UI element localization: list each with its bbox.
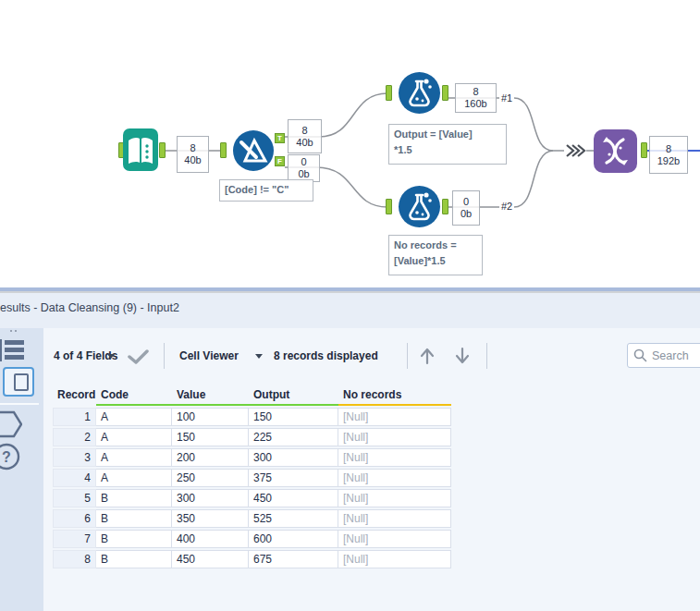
table-cell[interactable]: 450 — [172, 550, 249, 568]
table-row[interactable]: 5B300450[Null] — [53, 489, 451, 507]
table-cell[interactable]: [Null] — [338, 408, 451, 426]
record-number-cell[interactable]: 2 — [53, 428, 96, 446]
messages-view-icon[interactable] — [0, 337, 26, 367]
input-output-anchor[interactable] — [159, 142, 166, 158]
results-panel-title: Results - Data Cleansing (9) - Input2 — [0, 299, 398, 317]
record-number-cell[interactable]: 3 — [53, 448, 96, 467]
apply-check-icon[interactable] — [128, 348, 150, 369]
map-view-icon[interactable] — [0, 409, 22, 443]
record-count-box[interactable]: 8 40b — [288, 119, 322, 153]
table-cell[interactable]: [Null] — [338, 448, 451, 467]
record-number-cell[interactable]: 8 — [53, 550, 96, 568]
toolbar-separator — [486, 343, 487, 369]
table-row[interactable]: 7B400600[Null] — [53, 530, 451, 548]
workflow-canvas[interactable]: 8 40b T F 8 40b 0 0b [Code] != "C" 8 160… — [0, 0, 700, 288]
table-cell[interactable]: 400 — [172, 530, 249, 548]
toolbar-separator — [407, 343, 408, 369]
byte-count: 160b — [464, 98, 486, 110]
record-count-box[interactable]: 8 40b — [177, 136, 209, 173]
connection-label-2[interactable]: #2 — [500, 201, 513, 212]
table-cell[interactable]: [Null] — [338, 530, 451, 548]
table-cell[interactable]: 100 — [172, 408, 249, 426]
table-cell[interactable]: 600 — [249, 530, 338, 548]
filter-false-anchor[interactable]: F — [275, 156, 285, 166]
formula-tool-2[interactable] — [399, 186, 440, 227]
record-count-box[interactable]: 0 0b — [288, 154, 320, 182]
fields-dropdown-caret[interactable] — [107, 354, 115, 359]
formula1-input-anchor[interactable] — [386, 85, 392, 101]
byte-count: 192b — [657, 155, 680, 167]
annotation-text: Output = [Value] — [394, 127, 501, 142]
formula1-output-anchor[interactable] — [442, 85, 448, 101]
formula2-output-anchor[interactable] — [442, 199, 448, 214]
table-cell[interactable]: A — [96, 408, 172, 426]
data-cleansing-tool[interactable] — [594, 129, 637, 173]
results-table-header-row: RecordCodeValueOutputNo records — [53, 387, 451, 406]
table-cell[interactable]: 150 — [172, 428, 249, 446]
table-cell[interactable]: 250 — [172, 469, 249, 487]
cleansing-output-anchor[interactable] — [641, 142, 647, 158]
table-cell[interactable]: 300 — [249, 448, 338, 467]
table-cell[interactable]: 375 — [249, 469, 338, 487]
table-cell[interactable]: B — [96, 530, 172, 548]
table-cell[interactable]: 225 — [249, 428, 338, 446]
table-row[interactable]: 8B450675[Null] — [53, 550, 451, 568]
record-count: 8 — [190, 142, 195, 154]
formula2-input-anchor[interactable] — [386, 199, 392, 214]
record-number-cell[interactable]: 6 — [53, 509, 96, 528]
formula-tool-1[interactable] — [399, 72, 440, 114]
formula2-annotation[interactable]: No records = [Value]*1.5 — [388, 235, 483, 275]
table-row[interactable]: 3A200300[Null] — [53, 448, 451, 467]
column-header[interactable]: Output — [249, 387, 338, 406]
table-cell[interactable]: B — [96, 550, 172, 568]
table-cell[interactable]: [Null] — [338, 428, 451, 446]
column-header[interactable]: Code — [96, 387, 172, 406]
table-cell[interactable]: 675 — [249, 550, 338, 568]
column-header[interactable]: Record — [53, 387, 96, 406]
table-cell[interactable]: 300 — [172, 489, 249, 507]
filter-annotation[interactable]: [Code] != "C" — [219, 179, 313, 202]
table-row[interactable]: 4A250375[Null] — [53, 469, 451, 487]
filter-true-anchor[interactable]: T — [275, 133, 285, 143]
formula1-annotation[interactable]: Output = [Value] *1.5 — [388, 124, 507, 165]
table-cell[interactable]: A — [96, 428, 172, 446]
table-cell[interactable]: 350 — [172, 509, 249, 528]
record-number-cell[interactable]: 7 — [53, 530, 96, 548]
record-count-box[interactable]: 8 192b — [649, 136, 688, 174]
table-cell[interactable]: [Null] — [338, 509, 451, 528]
table-cell[interactable]: A — [96, 448, 172, 467]
table-cell[interactable]: A — [96, 469, 172, 487]
filter-tool[interactable] — [233, 130, 274, 171]
input-data-tool[interactable] — [123, 128, 158, 171]
record-number-cell[interactable]: 4 — [53, 469, 96, 487]
find-next-button[interactable] — [453, 347, 472, 369]
record-count-box[interactable]: 8 160b — [455, 83, 497, 113]
table-cell[interactable]: [Null] — [338, 550, 451, 568]
record-count: 8 — [473, 86, 478, 98]
table-cell[interactable]: B — [96, 509, 172, 528]
table-row[interactable]: 2A150225[Null] — [53, 428, 451, 446]
filter-input-anchor[interactable] — [220, 142, 227, 158]
table-cell[interactable]: [Null] — [338, 469, 451, 487]
table-cell[interactable]: 200 — [172, 448, 249, 467]
column-header[interactable]: No records — [338, 387, 451, 406]
record-count-box[interactable]: 0 0b — [452, 190, 480, 226]
help-icon[interactable]: ? — [0, 441, 22, 476]
table-cell[interactable]: B — [96, 489, 172, 507]
table-view-button-selected[interactable] — [3, 367, 34, 397]
record-number-cell[interactable]: 1 — [53, 408, 96, 426]
find-previous-button[interactable] — [418, 347, 436, 369]
data-cleansing-icon — [594, 129, 637, 173]
record-number-cell[interactable]: 5 — [53, 489, 96, 507]
connection-label-1[interactable]: #1 — [500, 92, 513, 104]
cell-viewer-dropdown-caret[interactable] — [255, 354, 263, 359]
column-header[interactable]: Value — [172, 387, 249, 406]
table-cell[interactable]: 450 — [249, 489, 338, 507]
cell-viewer-selector[interactable]: Cell Viewer — [179, 345, 239, 367]
table-cell[interactable]: 525 — [249, 509, 338, 528]
table-row[interactable]: 1A100150[Null] — [53, 408, 451, 426]
table-row[interactable]: 6B350525[Null] — [53, 509, 451, 528]
annotation-text: No records = — [394, 238, 477, 253]
table-cell[interactable]: [Null] — [338, 489, 451, 507]
table-cell[interactable]: 150 — [249, 408, 338, 426]
